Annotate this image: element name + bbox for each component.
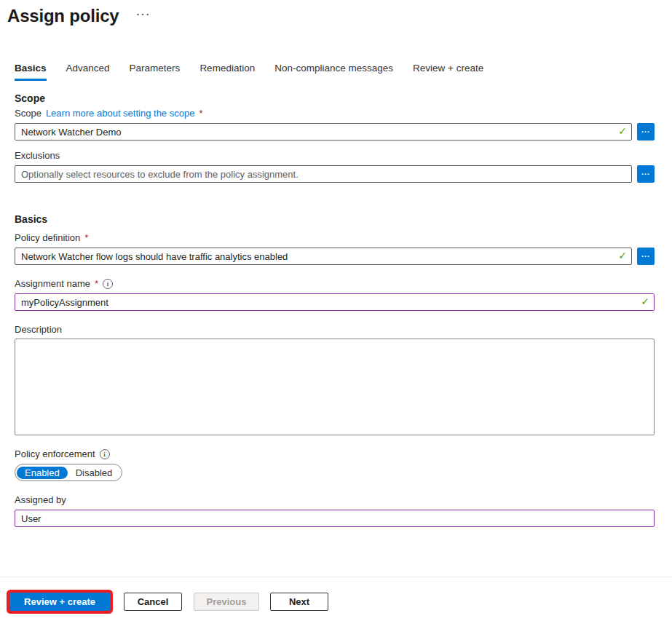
tab-review-create[interactable]: Review + create: [413, 63, 483, 81]
tab-non-compliance-messages[interactable]: Non-compliance messages: [274, 63, 393, 81]
review-create-button[interactable]: Review + create: [9, 593, 110, 611]
assigned-by-label: Assigned by: [15, 494, 655, 505]
info-icon: [100, 449, 110, 459]
assignment-name-input[interactable]: [15, 293, 655, 311]
footer-actions: Review + create Cancel Previous Next: [8, 593, 328, 611]
policy-definition-required-marker: *: [84, 232, 88, 243]
policy-enforcement-toggle[interactable]: Enabled Disabled: [15, 464, 122, 481]
policy-definition-browse-button[interactable]: ...: [637, 248, 655, 265]
assignment-name-required-marker: *: [95, 278, 98, 289]
tab-basics[interactable]: Basics: [15, 63, 47, 81]
page-header: Assign policy ···: [0, 0, 672, 26]
footer-divider: [0, 577, 672, 577]
assigned-by-input[interactable]: [15, 510, 655, 527]
wizard-tabs: Basics Advanced Parameters Remediation N…: [15, 63, 672, 81]
scope-browse-button[interactable]: ...: [637, 123, 655, 141]
policy-enforcement-label: Policy enforcement: [15, 448, 95, 459]
policy-definition-input[interactable]: [15, 248, 632, 265]
previous-button[interactable]: Previous: [194, 593, 259, 611]
tab-remediation[interactable]: Remediation: [199, 63, 255, 81]
scope-section-heading: Scope: [15, 92, 655, 104]
scope-required-marker: *: [199, 108, 202, 119]
tab-parameters[interactable]: Parameters: [130, 63, 181, 81]
info-icon: [103, 279, 113, 289]
basics-section-heading: Basics: [15, 213, 655, 225]
enforcement-option-disabled[interactable]: Disabled: [68, 467, 121, 479]
exclusions-input[interactable]: [15, 165, 632, 183]
scope-input[interactable]: [15, 123, 632, 141]
more-options-icon[interactable]: ···: [136, 9, 151, 20]
cancel-button[interactable]: Cancel: [124, 593, 182, 611]
exclusions-label: Exclusions: [15, 150, 655, 161]
scope-label: Scope: [15, 108, 41, 119]
exclusions-browse-button[interactable]: ...: [637, 165, 655, 183]
tab-advanced[interactable]: Advanced: [66, 63, 110, 81]
next-button[interactable]: Next: [270, 593, 328, 611]
policy-definition-label: Policy definition: [15, 232, 80, 243]
assignment-name-label: Assignment name: [15, 278, 90, 289]
description-textarea[interactable]: [15, 339, 655, 435]
page-title: Assign policy: [7, 6, 119, 26]
description-label: Description: [15, 324, 655, 335]
enforcement-option-enabled[interactable]: Enabled: [17, 467, 68, 479]
scope-learn-more-link[interactable]: Learn more about setting the scope: [46, 108, 195, 119]
